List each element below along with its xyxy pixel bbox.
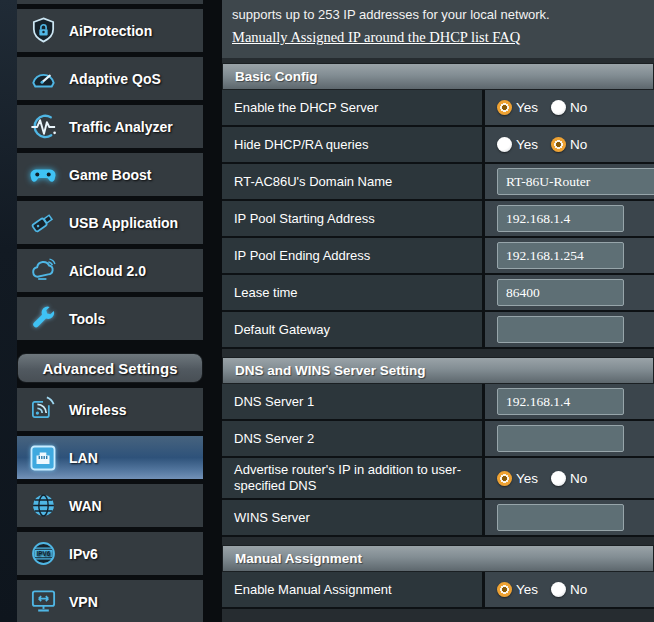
sidebar-item-vpn[interactable]: VPN: [17, 580, 203, 622]
sidebar-item-game-boost[interactable]: Game Boost: [17, 153, 203, 196]
dns-server-2-input[interactable]: [497, 425, 624, 452]
svg-text:IPV6: IPV6: [36, 550, 50, 557]
radio-no[interactable]: [551, 137, 566, 152]
row-hide-dhcp-ra: Hide DHCP/RA queries Yes No: [222, 127, 654, 164]
dns-server-1-input[interactable]: [497, 388, 624, 415]
radio-no[interactable]: [551, 582, 566, 597]
row-domain-name: RT-AC86U's Domain Name: [222, 164, 654, 201]
default-gateway-input[interactable]: [497, 316, 624, 343]
advertise-router-ip-label: Advertise router's IP in addition to use…: [222, 458, 485, 498]
ip-pool-starting-input[interactable]: [497, 205, 624, 232]
radio-yes[interactable]: [497, 582, 512, 597]
sidebar-item-adaptive-qos[interactable]: Adaptive QoS: [17, 57, 203, 100]
row-ip-pool-starting: IP Pool Starting Address: [222, 201, 654, 238]
row-advertise-router-ip: Advertise router's IP in addition to use…: [222, 458, 654, 500]
row-lease-time: Lease time: [222, 275, 654, 312]
wrench-icon: [26, 304, 60, 333]
waveform-icon: [26, 112, 60, 141]
radio-yes-label[interactable]: Yes: [516, 471, 538, 486]
radio-no[interactable]: [551, 471, 566, 486]
section-title: Basic Config: [222, 63, 654, 90]
enable-dhcp-radio-group: Yes No: [497, 100, 600, 115]
lease-time-input[interactable]: [497, 279, 624, 306]
row-wins-server: WINS Server: [222, 500, 654, 537]
wins-server-label: WINS Server: [222, 500, 485, 535]
radio-yes-label[interactable]: Yes: [516, 582, 538, 597]
sidebar-item-label: IPv6: [69, 546, 98, 562]
ipv6-icon: IPV6: [26, 539, 60, 568]
lease-time-label: Lease time: [222, 275, 485, 310]
wins-server-input[interactable]: [497, 504, 624, 531]
lan-dhcp-content: supports up to 253 IP addresses for your…: [222, 0, 654, 622]
sidebar-item-traffic-analyzer[interactable]: Traffic Analyzer: [17, 105, 203, 148]
gauge-icon: [26, 64, 60, 93]
dns-server-2-label: DNS Server 2: [222, 421, 485, 456]
page-description: supports up to 253 IP addresses for your…: [222, 0, 654, 58]
row-dns-server-1: DNS Server 1: [222, 384, 654, 421]
advertise-router-ip-radio-group: Yes No: [497, 471, 600, 486]
gamepad-icon: [26, 160, 60, 190]
sidebar-item-label: USB Application: [69, 215, 178, 231]
globe-icon: [26, 491, 60, 520]
enable-dhcp-label: Enable the DHCP Server: [222, 90, 485, 125]
sidebar-item-wan[interactable]: WAN: [17, 484, 203, 527]
domain-name-label: RT-AC86U's Domain Name: [222, 164, 485, 199]
radio-yes-label[interactable]: Yes: [516, 137, 538, 152]
sidebar-item-label: Game Boost: [69, 167, 151, 183]
sidebar-item-label: LAN: [69, 450, 98, 466]
basic-config-section: Basic Config Enable the DHCP Server Yes …: [222, 63, 654, 349]
sidebar-item-lan[interactable]: LAN: [17, 436, 203, 479]
sidebar-item-label: Adaptive QoS: [69, 71, 161, 87]
radio-yes-label[interactable]: Yes: [516, 100, 538, 115]
cloud-icon: [26, 256, 60, 285]
radio-yes[interactable]: [497, 100, 512, 115]
dhcp-faq-link[interactable]: Manually Assigned IP around the DHCP lis…: [232, 29, 520, 46]
sidebar-item-label: VPN: [69, 594, 98, 610]
row-enable-manual-assignment: Enable Manual Assignment Yes No: [222, 572, 654, 609]
sidebar-item-label: AiProtection: [69, 23, 152, 39]
radio-no[interactable]: [551, 100, 566, 115]
ip-pool-ending-label: IP Pool Ending Address: [222, 238, 485, 273]
sidebar-item-ipv6[interactable]: IPV6 IPv6: [17, 532, 203, 575]
sidebar-item-usb-application[interactable]: USB Application: [17, 201, 203, 244]
radio-yes[interactable]: [497, 471, 512, 486]
radio-no-label[interactable]: No: [570, 137, 587, 152]
usb-icon: [26, 208, 60, 237]
sidebar-item-tools[interactable]: Tools: [17, 297, 203, 340]
section-title: Manual Assignment: [222, 545, 654, 572]
hide-dhcp-ra-radio-group: Yes No: [497, 137, 600, 152]
sidebar-item-label: AiCloud 2.0: [69, 263, 146, 279]
sidebar-item-aicloud[interactable]: AiCloud 2.0: [17, 249, 203, 292]
sidebar-edge-strip: [0, 0, 17, 622]
sidebar-item-clipped[interactable]: [17, 0, 203, 4]
radio-no-label[interactable]: No: [570, 100, 587, 115]
hide-dhcp-ra-label: Hide DHCP/RA queries: [222, 127, 485, 162]
radio-yes[interactable]: [497, 137, 512, 152]
enable-manual-assignment-label: Enable Manual Assignment: [222, 572, 485, 607]
shield-lock-icon: [26, 16, 60, 45]
sidebar-item-label: Wireless: [69, 402, 126, 418]
sidebar-item-wireless[interactable]: Wireless: [17, 388, 203, 431]
sidebar-item-label: WAN: [69, 498, 102, 514]
dns-wins-section: DNS and WINS Server Setting DNS Server 1…: [222, 357, 654, 537]
default-gateway-label: Default Gateway: [222, 312, 485, 347]
radio-no-label[interactable]: No: [570, 582, 587, 597]
row-dns-server-2: DNS Server 2: [222, 421, 654, 458]
row-default-gateway: Default Gateway: [222, 312, 654, 349]
sidebar-item-label: Traffic Analyzer: [69, 119, 173, 135]
router-admin-page: AiProtection Adaptive QoS: [0, 0, 654, 622]
ip-pool-starting-label: IP Pool Starting Address: [222, 201, 485, 236]
row-ip-pool-ending: IP Pool Ending Address: [222, 238, 654, 275]
vpn-monitor-icon: [26, 587, 60, 616]
row-enable-dhcp-server: Enable the DHCP Server Yes No: [222, 90, 654, 127]
radio-no-label[interactable]: No: [570, 471, 587, 486]
advanced-settings-header: Advanced Settings: [17, 353, 203, 383]
sidebar-item-label: Tools: [69, 311, 105, 327]
wifi-icon: [26, 395, 60, 424]
ethernet-icon: [26, 443, 60, 473]
ip-pool-ending-input[interactable]: [497, 242, 624, 269]
domain-name-input[interactable]: [497, 168, 654, 195]
sidebar-item-aiprotection[interactable]: AiProtection: [17, 9, 203, 52]
sidebar-menu: AiProtection Adaptive QoS: [17, 0, 203, 622]
sidebar: AiProtection Adaptive QoS: [0, 0, 222, 622]
